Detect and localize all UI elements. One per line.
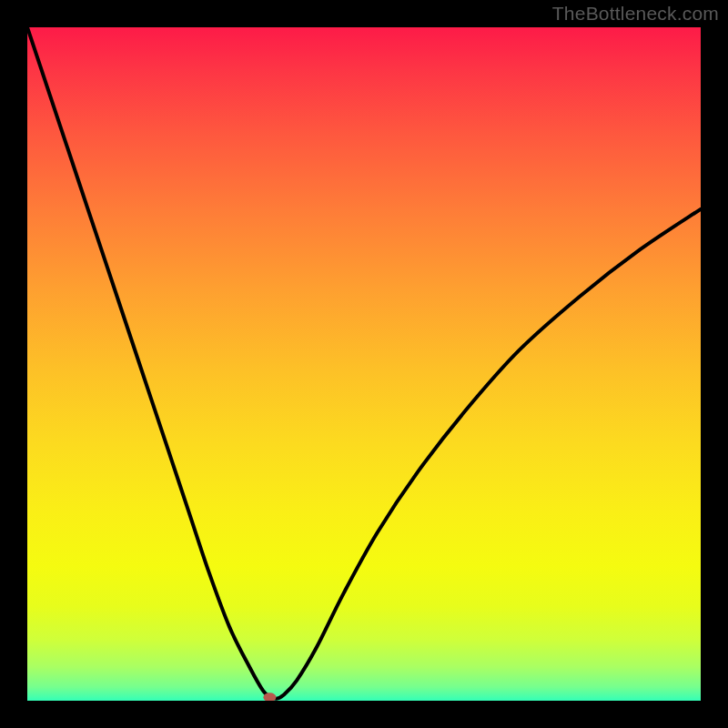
watermark-text: TheBottleneck.com <box>552 3 719 25</box>
bottleneck-curve <box>27 27 701 699</box>
plot-area <box>27 27 701 701</box>
chart-frame: TheBottleneck.com <box>0 0 728 728</box>
curve-svg <box>27 27 701 701</box>
